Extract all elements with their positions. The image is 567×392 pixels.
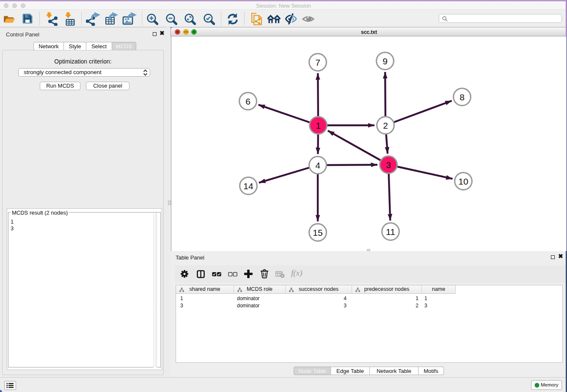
svg-text:7: 7 — [315, 58, 320, 67]
svg-text:1: 1 — [316, 121, 321, 130]
svg-text:8: 8 — [460, 92, 465, 102]
svg-text:11: 11 — [386, 227, 395, 237]
svg-text:10: 10 — [458, 177, 468, 186]
svg-text:2: 2 — [383, 121, 388, 130]
svg-text:14: 14 — [243, 181, 253, 191]
svg-text:3: 3 — [386, 160, 391, 170]
svg-text:4: 4 — [315, 160, 320, 170]
svg-text:15: 15 — [313, 228, 322, 237]
svg-text:6: 6 — [245, 97, 250, 106]
svg-text:9: 9 — [383, 56, 388, 66]
